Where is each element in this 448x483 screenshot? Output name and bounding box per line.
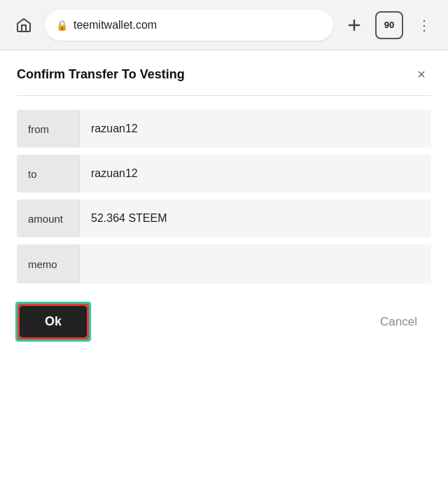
cancel-button[interactable]: Cancel xyxy=(369,307,428,337)
dialog-container: Confirm Transfer To Vesting × from razua… xyxy=(0,50,448,358)
amount-field-row: amount 52.364 STEEM xyxy=(17,200,431,237)
more-options-button[interactable]: ⋮ xyxy=(412,13,437,38)
ok-button-wrapper: Ok xyxy=(20,306,87,337)
amount-label: amount xyxy=(17,200,80,237)
from-field-row: from razuan12 xyxy=(17,110,431,148)
tab-count-button[interactable]: 90 xyxy=(375,11,403,39)
memo-field-row: memo xyxy=(17,244,431,284)
home-button[interactable] xyxy=(11,13,36,38)
lock-icon: 🔒 xyxy=(56,20,68,31)
close-button[interactable]: × xyxy=(412,64,431,84)
address-bar[interactable]: 🔒 teemitwallet.com xyxy=(45,10,333,41)
amount-value: 52.364 STEEM xyxy=(80,200,431,237)
add-tab-button[interactable] xyxy=(342,13,367,38)
header-divider xyxy=(17,95,431,96)
button-row: Ok Cancel xyxy=(17,306,431,337)
memo-value xyxy=(80,244,431,284)
browser-chrome: 🔒 teemitwallet.com 90 ⋮ xyxy=(0,0,448,50)
dialog-title: Confirm Transfer To Vesting xyxy=(17,67,185,82)
tab-count: 90 xyxy=(384,20,394,30)
memo-label: memo xyxy=(17,244,80,284)
from-label: from xyxy=(17,110,80,148)
to-field-row: to razuan12 xyxy=(17,155,431,192)
ok-button[interactable]: Ok xyxy=(20,306,87,337)
to-label: to xyxy=(17,155,80,192)
from-value: razuan12 xyxy=(80,110,431,148)
dialog-header: Confirm Transfer To Vesting × xyxy=(17,64,431,84)
to-value: razuan12 xyxy=(80,155,431,192)
url-text: teemitwallet.com xyxy=(74,19,157,31)
